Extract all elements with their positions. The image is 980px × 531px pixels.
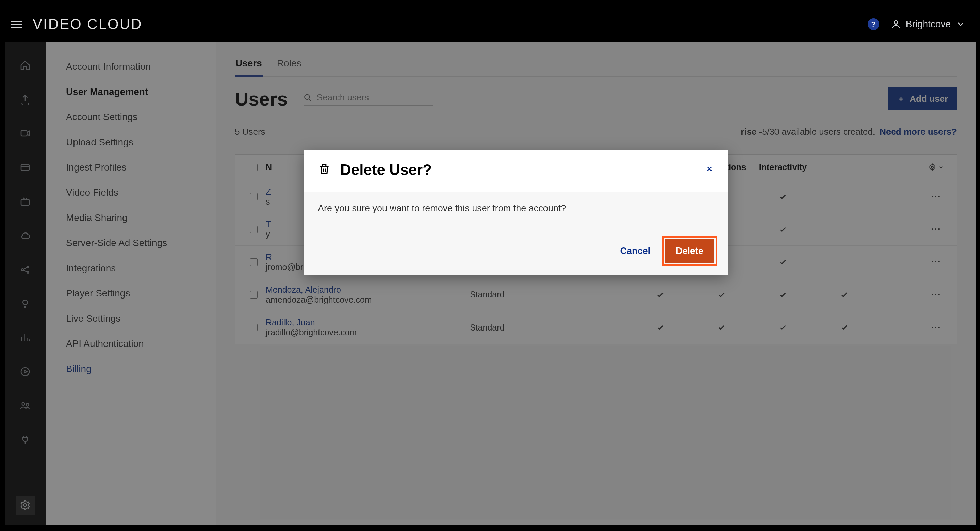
trash-icon [318, 163, 331, 177]
profile-name: Brightcove [906, 19, 951, 30]
modal-overlay[interactable] [5, 42, 976, 525]
cancel-button[interactable]: Cancel [620, 246, 650, 256]
hamburger-icon[interactable] [11, 18, 22, 30]
modal-title: Delete User? [340, 161, 432, 179]
profile-menu[interactable]: Brightcove [891, 19, 966, 30]
delete-button[interactable]: Delete [665, 239, 714, 263]
app-header: VIDEO CLOUD ? Brightcove [5, 6, 976, 42]
chevron-down-icon [956, 19, 966, 29]
help-icon[interactable]: ? [868, 18, 879, 30]
delete-user-modal: Delete User? Are you sure you want to re… [304, 150, 727, 275]
delete-button-highlight: Delete [662, 236, 717, 266]
svg-point-0 [894, 21, 898, 24]
modal-close-button[interactable] [706, 165, 713, 175]
close-icon [706, 165, 713, 172]
user-icon [891, 19, 901, 29]
app-logo: VIDEO CLOUD [33, 16, 142, 32]
